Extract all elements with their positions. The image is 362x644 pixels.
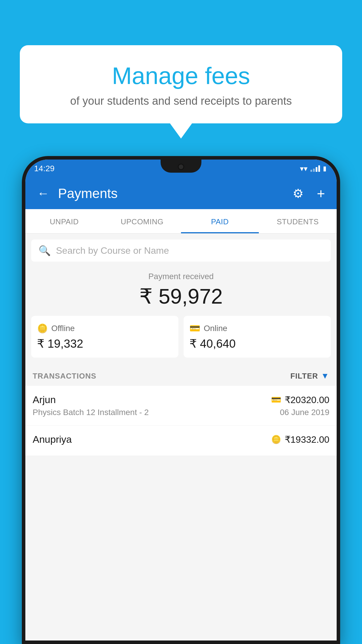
payment-total-amount: ₹ 59,972: [25, 284, 337, 309]
online-label: Online: [204, 324, 227, 333]
tab-upcoming[interactable]: UPCOMING: [103, 209, 181, 233]
transaction-row-bottom: Physics Batch 12 Installment - 2 06 June…: [33, 408, 329, 417]
transaction-amount: ₹19332.00: [285, 434, 329, 445]
settings-button[interactable]: ⚙: [290, 183, 307, 204]
search-placeholder: Search by Course or Name: [56, 245, 169, 256]
payment-received-label: Payment received: [25, 272, 337, 281]
notch: [161, 160, 201, 173]
battery-icon: ▮: [323, 165, 326, 172]
search-bar[interactable]: 🔍 Search by Course or Name: [31, 239, 331, 262]
table-row[interactable]: Arjun 💳 ₹20320.00 Physics Batch 12 Insta…: [25, 386, 337, 426]
payment-summary: Payment received ₹ 59,972: [25, 262, 337, 316]
tab-unpaid[interactable]: UNPAID: [25, 209, 103, 233]
speech-bubble: Manage fees of your students and send re…: [20, 45, 342, 123]
camera-dot: [178, 164, 184, 170]
offline-card-header: 🪙 Offline: [37, 323, 173, 333]
transactions-header: TRANSACTIONS FILTER ▼: [25, 365, 337, 386]
filter-icon: ▼: [321, 371, 329, 381]
online-card: 💳 Online ₹ 40,640: [184, 316, 331, 358]
offline-card: 🪙 Offline ₹ 19,332: [31, 316, 178, 358]
tab-paid[interactable]: PAID: [181, 209, 259, 233]
online-amount: ₹ 40,640: [189, 337, 325, 350]
phone-screen: 14:29 ▾▾ ▮ ← Payments ⚙ + UNPAID UP: [25, 160, 337, 640]
speech-bubble-container: Manage fees of your students and send re…: [20, 45, 342, 123]
app-bar: ← Payments ⚙ +: [25, 178, 337, 209]
add-button[interactable]: +: [314, 183, 328, 204]
transaction-name: Arjun: [33, 394, 56, 405]
transactions-label: TRANSACTIONS: [33, 372, 96, 381]
transaction-date: 06 June 2019: [280, 408, 329, 417]
phone-inner: 14:29 ▾▾ ▮ ← Payments ⚙ + UNPAID UP: [25, 160, 337, 640]
status-icons: ▾▾ ▮: [300, 164, 326, 173]
offline-icon: 🪙: [37, 323, 48, 333]
content-area: 🔍 Search by Course or Name Payment recei…: [25, 234, 337, 640]
bubble-title: Manage fees: [34, 63, 328, 89]
search-icon: 🔍: [38, 245, 51, 256]
tab-bar: UNPAID UPCOMING PAID STUDENTS: [25, 209, 337, 234]
phone-frame: 14:29 ▾▾ ▮ ← Payments ⚙ + UNPAID UP: [22, 156, 340, 644]
transaction-amount-wrap: 💳 ₹20320.00: [271, 394, 329, 405]
status-time: 14:29: [34, 164, 55, 173]
signal-bars-icon: [310, 165, 320, 172]
filter-label: FILTER: [290, 372, 318, 381]
transaction-name: Anupriya: [33, 434, 72, 445]
transaction-row-top: Anupriya 🪙 ₹19332.00: [33, 434, 329, 445]
wifi-icon: ▾▾: [300, 164, 307, 173]
transaction-course: Physics Batch 12 Installment - 2: [33, 408, 149, 417]
transaction-row-top: Arjun 💳 ₹20320.00: [33, 394, 329, 405]
transaction-amount-wrap: 🪙 ₹19332.00: [271, 434, 329, 445]
transaction-amount: ₹20320.00: [285, 394, 329, 405]
table-row[interactable]: Anupriya 🪙 ₹19332.00: [25, 426, 337, 456]
back-button[interactable]: ←: [34, 183, 52, 203]
offline-amount: ₹ 19,332: [37, 337, 173, 350]
online-icon: 💳: [189, 323, 200, 333]
filter-button[interactable]: FILTER ▼: [290, 371, 329, 381]
payment-cards: 🪙 Offline ₹ 19,332 💳 Online ₹ 40,640: [25, 316, 337, 365]
offline-label: Offline: [51, 324, 75, 333]
offline-payment-icon: 🪙: [271, 435, 281, 444]
app-title: Payments: [58, 186, 284, 201]
bubble-subtitle: of your students and send receipts to pa…: [34, 95, 328, 107]
online-card-header: 💳 Online: [189, 323, 325, 333]
card-payment-icon: 💳: [271, 395, 281, 405]
tab-students[interactable]: STUDENTS: [259, 209, 337, 233]
